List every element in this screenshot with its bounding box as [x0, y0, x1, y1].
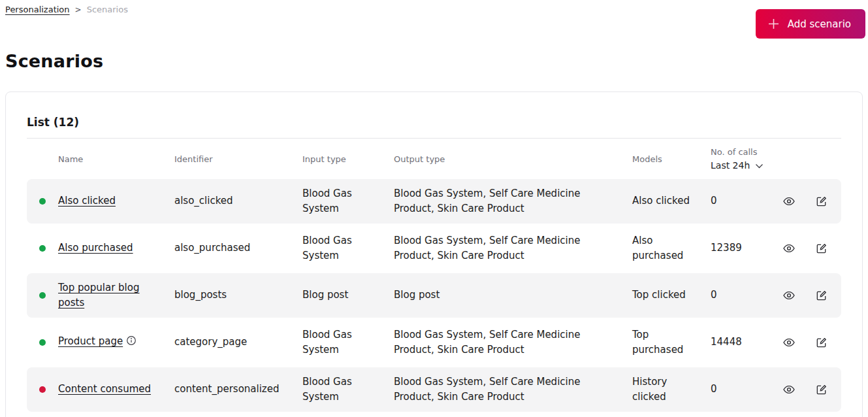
- edit-icon: [815, 290, 828, 302]
- breadcrumb-current: Scenarios: [87, 5, 128, 14]
- input-type-cell: Blood Gas System: [302, 327, 394, 358]
- page-title: Scenarios: [5, 51, 103, 71]
- scenario-name-link[interactable]: Product page: [58, 335, 123, 347]
- models-cell: Top clicked: [632, 288, 711, 303]
- edit-button[interactable]: [814, 288, 829, 303]
- breadcrumb-separator: >: [75, 5, 82, 14]
- calls-cell: 0: [711, 382, 776, 397]
- add-scenario-label: Add scenario: [788, 18, 851, 30]
- column-header-identifier: Identifier: [174, 154, 302, 164]
- models-cell: Also clicked: [632, 193, 711, 208]
- input-type-cell: Blood Gas System: [302, 375, 394, 405]
- list-count-title: List (12): [27, 116, 841, 129]
- plus-icon: [767, 18, 780, 30]
- calls-cell: 12389: [711, 241, 776, 256]
- calls-cell: 0: [711, 288, 776, 303]
- calls-cell: 0: [711, 193, 776, 208]
- breadcrumb: Personalization > Scenarios: [5, 5, 128, 14]
- identifier-cell: also_purchased: [174, 241, 302, 256]
- table-row: Content consumed content_personalized Bl…: [27, 367, 841, 412]
- view-button[interactable]: [781, 382, 797, 397]
- output-type-cell: Blood Gas System, Self Care Medicine Pro…: [394, 375, 632, 405]
- output-type-cell: Blood Gas System, Self Care Medicine Pro…: [394, 233, 632, 264]
- input-type-cell: Blood Gas System: [302, 186, 394, 217]
- eye-icon: [782, 289, 796, 302]
- column-header-models: Models: [632, 154, 711, 164]
- input-type-cell: Blog post: [302, 288, 394, 303]
- input-type-cell: Blood Gas System: [302, 233, 394, 264]
- view-button[interactable]: [781, 335, 797, 350]
- eye-icon: [782, 336, 796, 349]
- edit-icon: [815, 195, 828, 208]
- column-header-input-type: Input type: [302, 154, 394, 164]
- scenarios-list-card: List (12) Name Identifier Input type Out…: [5, 92, 863, 417]
- column-header-name: Name: [58, 154, 174, 164]
- table-row: Product page category_page Blood Gas Sys…: [27, 320, 841, 365]
- edit-button[interactable]: [814, 335, 829, 350]
- calls-header-label: No. of calls: [711, 147, 765, 157]
- identifier-cell: blog_posts: [174, 288, 302, 303]
- column-header-calls: No. of calls Last 24h: [711, 147, 776, 171]
- table-row: Also clicked also_clicked Blood Gas Syst…: [27, 179, 841, 224]
- scenario-name-link[interactable]: Also clicked: [58, 195, 116, 207]
- models-cell: Also purchased: [632, 233, 711, 264]
- scenario-name-link[interactable]: Top popular blog posts: [58, 282, 140, 309]
- scenario-name-link[interactable]: Also purchased: [58, 242, 133, 254]
- calls-period-value: Last 24h: [711, 160, 750, 171]
- edit-icon: [815, 242, 828, 255]
- breadcrumb-personalization-link[interactable]: Personalization: [5, 5, 70, 14]
- table-header-row: Name Identifier Input type Output type M…: [27, 139, 841, 179]
- edit-button[interactable]: [814, 382, 829, 397]
- output-type-cell: Blood Gas System, Self Care Medicine Pro…: [394, 327, 632, 358]
- view-button[interactable]: [781, 241, 797, 256]
- info-icon[interactable]: [126, 335, 137, 350]
- column-header-output-type: Output type: [394, 154, 632, 164]
- edit-button[interactable]: [814, 194, 829, 209]
- table-row: Also purchased also_purchased Blood Gas …: [27, 226, 841, 271]
- chevron-down-icon: [755, 163, 764, 169]
- calls-period-dropdown[interactable]: Last 24h: [711, 160, 765, 171]
- view-button[interactable]: [781, 288, 797, 303]
- eye-icon: [782, 242, 796, 255]
- scenario-name-link[interactable]: Content consumed: [58, 383, 151, 395]
- edit-icon: [815, 384, 828, 396]
- output-type-cell: Blood Gas System, Self Care Medicine Pro…: [394, 186, 632, 217]
- identifier-cell: content_personalized: [174, 382, 302, 397]
- status-dot: [39, 198, 46, 205]
- eye-icon: [782, 383, 796, 396]
- edit-icon: [815, 337, 828, 349]
- calls-cell: 14448: [711, 335, 776, 350]
- table-row: Top popular blog posts blog_posts Blog p…: [27, 273, 841, 318]
- status-dot: [39, 292, 46, 299]
- status-dot: [39, 339, 46, 346]
- add-scenario-button[interactable]: Add scenario: [756, 9, 865, 39]
- view-button[interactable]: [781, 193, 797, 209]
- models-cell: History clicked: [632, 375, 711, 405]
- models-cell: Top purchased: [632, 327, 711, 358]
- status-dot: [39, 245, 46, 252]
- identifier-cell: category_page: [174, 335, 302, 350]
- eye-icon: [782, 195, 796, 208]
- output-type-cell: Blog post: [394, 288, 632, 303]
- status-dot: [39, 386, 46, 393]
- edit-button[interactable]: [814, 241, 829, 256]
- identifier-cell: also_clicked: [174, 193, 302, 208]
